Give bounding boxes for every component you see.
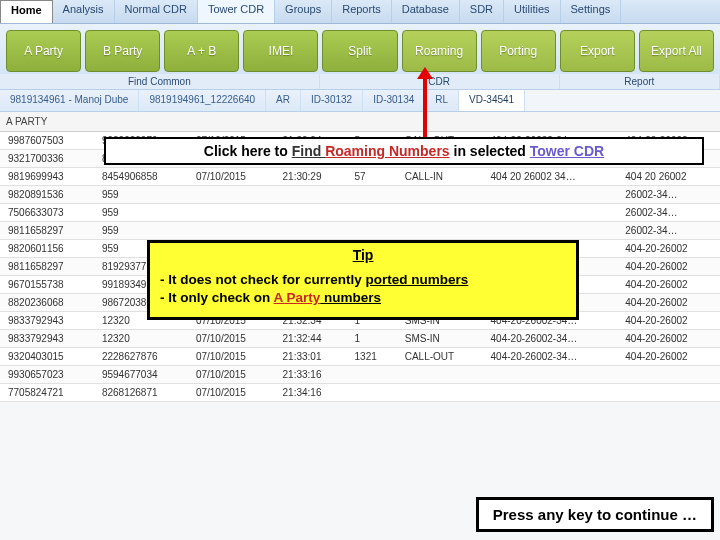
cell	[275, 186, 347, 204]
cell: 21:33:01	[275, 348, 347, 366]
cell: 9811658297	[0, 222, 94, 240]
doc-tab[interactable]: VD-34541	[459, 90, 525, 111]
cell	[397, 366, 483, 384]
menu-tab-sdr[interactable]: SDR	[460, 0, 504, 23]
cell: 404-20-26002-34…	[483, 348, 618, 366]
table-row[interactable]: 981165829795926002-34…	[0, 222, 720, 240]
cell: 959	[94, 186, 188, 204]
doc-tab[interactable]: ID-30132	[301, 90, 363, 111]
table-row[interactable]: 9930657023959467703407/10/201521:33:16	[0, 366, 720, 384]
menu-bar: HomeAnalysisNormal CDRTower CDRGroupsRep…	[0, 0, 720, 24]
menu-tab-settings[interactable]: Settings	[561, 0, 622, 23]
cell: 21:34:16	[275, 384, 347, 402]
cell	[275, 204, 347, 222]
cell: 404-20-26002	[617, 276, 720, 294]
menu-tab-tower-cdr[interactable]: Tower CDR	[198, 0, 275, 23]
cell	[617, 366, 720, 384]
cell	[347, 204, 397, 222]
cell	[347, 222, 397, 240]
doc-tab[interactable]: 9819134961 - Manoj Dube	[0, 90, 139, 111]
cell: 8268126871	[94, 384, 188, 402]
cell: 959	[94, 222, 188, 240]
cell: 21:30:29	[275, 168, 347, 186]
table-row[interactable]: 98337929431232007/10/201521:32:441SMS-IN…	[0, 330, 720, 348]
table-row[interactable]: 982089153695926002-34…	[0, 186, 720, 204]
table-row[interactable]: 9819699943845490685807/10/201521:30:2957…	[0, 168, 720, 186]
ribbon-split-button[interactable]: Split	[322, 30, 397, 72]
col-aparty: A PARTY	[6, 116, 47, 127]
callout-tower: Tower CDR	[530, 143, 604, 159]
cell: 07/10/2015	[188, 168, 275, 186]
cell: 2228627876	[94, 348, 188, 366]
cell: 404-20-26002	[617, 294, 720, 312]
ribbon-b-party-button[interactable]: B Party	[85, 30, 160, 72]
ribbon-a-b-button[interactable]: A + B	[164, 30, 239, 72]
cell: 9321700336	[0, 150, 94, 168]
ribbon-group-cdr: CDR	[320, 74, 560, 89]
cell: 26002-34…	[617, 186, 720, 204]
cell: 9811658297	[0, 258, 94, 276]
cell: 404 20 26002 34…	[483, 168, 618, 186]
doc-tab[interactable]: AR	[266, 90, 301, 111]
cell: 8454906858	[94, 168, 188, 186]
menu-tab-groups[interactable]: Groups	[275, 0, 332, 23]
cell: 9833792943	[0, 312, 94, 330]
cell: 26002-34…	[617, 204, 720, 222]
doc-tab[interactable]: RL	[425, 90, 459, 111]
table-row[interactable]: 7705824721826812687107/10/201521:34:16	[0, 384, 720, 402]
menu-tab-database[interactable]: Database	[392, 0, 460, 23]
ribbon-export-button[interactable]: Export	[560, 30, 635, 72]
cell	[397, 204, 483, 222]
cell	[188, 222, 275, 240]
tip-l2c: numbers	[320, 290, 381, 305]
ribbon-export-all-button[interactable]: Export All	[639, 30, 714, 72]
cell: 9819699943	[0, 168, 94, 186]
cell	[397, 186, 483, 204]
tip-l1b: ported numbers	[366, 272, 469, 287]
table-row[interactable]: 9320403015222862787607/10/201521:33:0113…	[0, 348, 720, 366]
menu-tab-analysis[interactable]: Analysis	[53, 0, 115, 23]
cell: 9594677034	[94, 366, 188, 384]
cell: 1	[347, 330, 397, 348]
cell: 7705824721	[0, 384, 94, 402]
tip-callout: Tip - It does not check for currently po…	[147, 240, 579, 320]
table-row[interactable]: 750663307395926002-34…	[0, 204, 720, 222]
tip-body: - It does not check for currently ported…	[150, 265, 576, 317]
cell: 404-20-26002	[617, 258, 720, 276]
callout-find: Find	[292, 143, 325, 159]
menu-tab-utilities[interactable]: Utilities	[504, 0, 560, 23]
cell	[483, 204, 618, 222]
menu-tab-reports[interactable]: Reports	[332, 0, 392, 23]
cell: 404-20-26002	[617, 312, 720, 330]
press-any-key[interactable]: Press any key to continue …	[476, 497, 714, 532]
callout-roaming: Roaming Numbers	[325, 143, 449, 159]
cell: 404 20 26002	[617, 168, 720, 186]
cell	[483, 186, 618, 204]
tip-l2a: - It only check on	[160, 290, 274, 305]
doc-tab[interactable]: 9819194961_12226640	[139, 90, 266, 111]
menu-tab-normal-cdr[interactable]: Normal CDR	[115, 0, 198, 23]
cell: 21:32:44	[275, 330, 347, 348]
ribbon-group-findcommon: Find Common	[0, 74, 320, 89]
cell	[188, 186, 275, 204]
instruction-callout: Click here to Find Roaming Numbers in se…	[104, 137, 704, 165]
cell: 12320	[94, 330, 188, 348]
cell	[275, 222, 347, 240]
document-tabs: 9819134961 - Manoj Dube9819194961_122266…	[0, 90, 720, 112]
tip-title: Tip	[150, 243, 576, 265]
cell: 07/10/2015	[188, 330, 275, 348]
cell: 8820236068	[0, 294, 94, 312]
cell: 9930657023	[0, 366, 94, 384]
cell: 404-20-26002	[617, 348, 720, 366]
doc-tab[interactable]: ID-30134	[363, 90, 425, 111]
ribbon-porting-button[interactable]: Porting	[481, 30, 556, 72]
menu-tab-home[interactable]: Home	[0, 0, 53, 23]
ribbon-imei-button[interactable]: IMEI	[243, 30, 318, 72]
ribbon-a-party-button[interactable]: A Party	[6, 30, 81, 72]
cell: CALL-IN	[397, 168, 483, 186]
cell: CALL-OUT	[397, 348, 483, 366]
cell: 07/10/2015	[188, 348, 275, 366]
cell: 9820891536	[0, 186, 94, 204]
ribbon-group-labels: Find Common CDR Report	[0, 74, 720, 90]
ribbon-roaming-button[interactable]: Roaming	[402, 30, 477, 72]
